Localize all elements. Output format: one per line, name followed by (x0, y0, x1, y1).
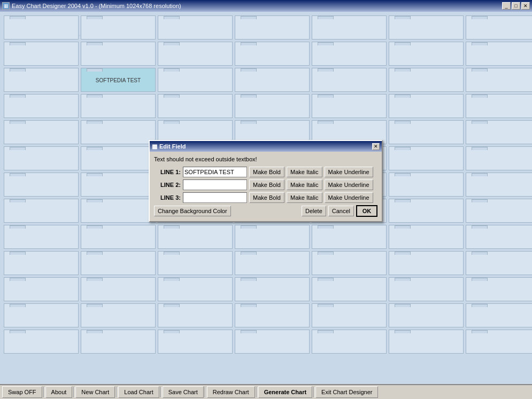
about-button[interactable]: About (45, 386, 73, 398)
grid-cell[interactable] (389, 68, 464, 92)
grid-cell[interactable] (389, 42, 464, 66)
line3-make-italic-button[interactable]: Make Italic (287, 192, 322, 203)
grid-cell[interactable] (312, 68, 387, 92)
grid-cell[interactable] (4, 199, 79, 223)
change-bg-color-button[interactable]: Change Background Color (154, 206, 231, 216)
grid-cell[interactable] (312, 277, 387, 301)
grid-cell[interactable] (235, 277, 310, 301)
grid-cell[interactable] (4, 146, 79, 170)
grid-cell[interactable] (81, 94, 156, 118)
ok-button[interactable]: OK (356, 205, 377, 217)
grid-cell[interactable] (389, 199, 464, 223)
grid-cell[interactable] (81, 173, 156, 197)
grid-cell[interactable] (312, 225, 387, 249)
grid-cell[interactable] (158, 94, 233, 118)
grid-cell[interactable] (312, 42, 387, 66)
grid-cell[interactable] (4, 225, 79, 249)
grid-cell[interactable] (81, 199, 156, 223)
grid-cell[interactable] (4, 277, 79, 301)
grid-cell[interactable] (4, 251, 79, 275)
grid-cell[interactable] (81, 251, 156, 275)
grid-cell[interactable] (158, 68, 233, 92)
grid-cell[interactable] (466, 173, 532, 197)
dialog-close-button[interactable]: ✕ (372, 143, 380, 150)
grid-cell[interactable] (4, 120, 79, 144)
generate-chart-button[interactable]: Generate Chart (258, 386, 312, 398)
grid-cell[interactable] (4, 15, 79, 40)
grid-cell[interactable] (389, 251, 464, 275)
grid-cell[interactable] (389, 15, 464, 40)
grid-cell[interactable] (312, 330, 387, 354)
maximize-button[interactable]: □ (512, 2, 520, 10)
line2-make-bold-button[interactable]: Make Bold (249, 179, 284, 190)
grid-cell[interactable] (235, 225, 310, 249)
line1-input[interactable] (183, 167, 247, 177)
grid-cell[interactable] (466, 42, 532, 66)
grid-cell[interactable] (312, 251, 387, 275)
grid-cell[interactable] (466, 225, 532, 249)
grid-cell[interactable] (235, 330, 310, 354)
grid-cell[interactable] (466, 146, 532, 170)
line3-input[interactable] (183, 192, 247, 203)
grid-cell[interactable] (4, 42, 79, 66)
grid-cell[interactable] (158, 303, 233, 327)
grid-cell[interactable] (466, 120, 532, 144)
grid-cell[interactable] (312, 15, 387, 40)
grid-cell[interactable] (158, 330, 233, 354)
grid-cell[interactable] (466, 251, 532, 275)
grid-cell[interactable] (466, 68, 532, 92)
grid-cell[interactable] (81, 277, 156, 301)
grid-cell[interactable] (312, 94, 387, 118)
grid-cell[interactable] (158, 42, 233, 66)
minimize-button[interactable]: _ (502, 2, 511, 10)
cancel-button[interactable]: Cancel (328, 206, 354, 216)
grid-cell[interactable] (389, 277, 464, 301)
grid-cell[interactable] (389, 330, 464, 354)
grid-cell[interactable] (235, 42, 310, 66)
grid-cell[interactable] (466, 330, 532, 354)
line1-make-underline-button[interactable]: Make Underline (325, 167, 373, 177)
redraw-chart-button[interactable]: Redraw Chart (207, 386, 255, 398)
grid-cell[interactable] (81, 15, 156, 40)
grid-cell[interactable] (235, 68, 310, 92)
grid-cell[interactable] (4, 330, 79, 354)
grid-cell[interactable] (4, 303, 79, 327)
grid-cell[interactable] (81, 42, 156, 66)
grid-cell[interactable] (389, 94, 464, 118)
close-button[interactable]: ✕ (521, 2, 530, 10)
grid-cell[interactable] (81, 303, 156, 327)
line1-make-italic-button[interactable]: Make Italic (287, 167, 322, 177)
grid-cell[interactable] (158, 251, 233, 275)
grid-cell[interactable] (466, 94, 532, 118)
grid-cell[interactable] (466, 199, 532, 223)
grid-cell[interactable] (81, 330, 156, 354)
grid-cell[interactable] (81, 225, 156, 249)
exit-button[interactable]: Exit Chart Designer (315, 386, 378, 398)
line3-make-underline-button[interactable]: Make Underline (325, 192, 373, 203)
new-chart-button[interactable]: New Chart (75, 386, 115, 398)
grid-cell[interactable] (389, 146, 464, 170)
line3-make-bold-button[interactable]: Make Bold (249, 192, 284, 203)
grid-cell[interactable] (466, 303, 532, 327)
swap-off-button[interactable]: Swap OFF (2, 386, 42, 398)
grid-cell[interactable] (466, 15, 532, 40)
grid-cell[interactable] (389, 120, 464, 144)
grid-cell[interactable] (389, 225, 464, 249)
grid-cell[interactable] (4, 68, 79, 92)
grid-cell[interactable] (235, 303, 310, 327)
grid-cell[interactable] (158, 15, 233, 40)
grid-cell[interactable] (466, 277, 532, 301)
delete-button[interactable]: Delete (302, 206, 326, 216)
grid-cell[interactable] (235, 251, 310, 275)
line2-make-italic-button[interactable]: Make Italic (287, 179, 322, 190)
highlighted-cell[interactable]: SOFTPEDIA TEST (81, 68, 156, 92)
grid-cell[interactable] (389, 303, 464, 327)
grid-cell[interactable] (389, 173, 464, 197)
save-chart-button[interactable]: Save Chart (163, 386, 204, 398)
grid-cell[interactable] (4, 94, 79, 118)
line1-make-bold-button[interactable]: Make Bold (249, 167, 284, 177)
grid-cell[interactable] (235, 94, 310, 118)
load-chart-button[interactable]: Load Chart (118, 386, 159, 398)
grid-cell[interactable] (81, 120, 156, 144)
line2-make-underline-button[interactable]: Make Underline (325, 179, 373, 190)
